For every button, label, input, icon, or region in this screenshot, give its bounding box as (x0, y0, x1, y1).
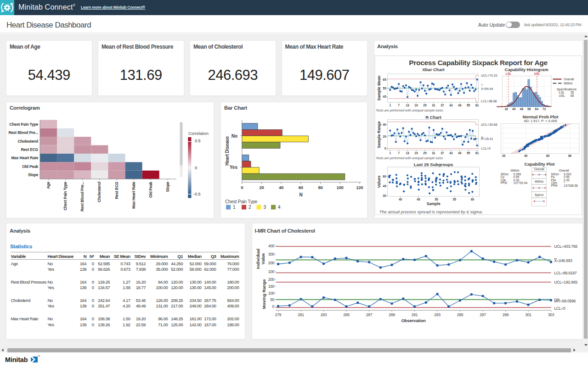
svg-text:Cholesterol: Cholesterol (17, 139, 38, 144)
svg-text:LCL=89.6197: LCL=89.6197 (554, 271, 577, 275)
svg-text:50: 50 (435, 198, 438, 201)
svg-text:2: 2 (249, 205, 251, 210)
svg-text:UCL=192.965: UCL=192.965 (554, 280, 577, 284)
svg-text:35: 35 (570, 91, 574, 94)
svg-text:150: 150 (268, 284, 274, 289)
svg-text:AD: 1.517, P: < 0.005: AD: 1.517, P: < 0.005 (524, 119, 557, 123)
svg-text:50: 50 (270, 297, 274, 302)
svg-text:Overall: Overall (564, 78, 574, 81)
svg-text:Age: Age (46, 182, 51, 189)
svg-text:0.5: 0.5 (195, 139, 201, 143)
svg-text:43: 43 (449, 151, 453, 155)
svg-text:Process Capability Sixpack Rep: Process Capability Sixpack Report for Ag… (409, 59, 548, 67)
svg-text:0: 0 (195, 166, 197, 170)
svg-text:300: 300 (268, 252, 274, 256)
svg-text:1: 1 (389, 104, 391, 107)
svg-text:MR=59.0596: MR=59.0596 (554, 299, 576, 303)
svg-text:200: 200 (268, 261, 274, 265)
svg-text:N: N (299, 192, 302, 197)
svg-text:43: 43 (449, 104, 453, 107)
svg-text:400: 400 (268, 244, 274, 248)
svg-text:200: 200 (268, 277, 274, 282)
svg-text:55: 55 (466, 104, 470, 107)
svg-text:120: 120 (356, 185, 363, 190)
svg-text:56: 56 (527, 107, 531, 111)
svg-text:13: 13 (406, 151, 409, 155)
svg-text:289: 289 (389, 312, 395, 317)
svg-text:Old Peak: Old Peak (22, 164, 38, 169)
svg-text:Rest Blood Pre...: Rest Blood Pre... (80, 182, 85, 212)
svg-text:Capability Plot: Capability Plot (524, 162, 555, 167)
svg-text:45: 45 (383, 184, 386, 188)
svg-text:295: 295 (457, 312, 463, 317)
svg-text:Observation: Observation (401, 318, 426, 323)
svg-text:Overall: Overall (559, 169, 569, 172)
svg-text:Chest Pain Type: Chest Pain Type (10, 122, 39, 127)
svg-text:279: 279 (275, 312, 281, 317)
svg-text:19: 19 (414, 151, 418, 155)
svg-text:PPM: PPM (551, 184, 557, 187)
svg-text:45: 45 (383, 95, 386, 98)
svg-text:49: 49 (458, 151, 462, 155)
svg-text:Yes: Yes (230, 165, 238, 170)
svg-text:48: 48 (520, 107, 523, 111)
svg-text:0: 0 (272, 304, 274, 309)
svg-text:LCL=0: LCL=0 (554, 306, 565, 311)
svg-text:Specs: Specs (534, 193, 543, 197)
svg-text:LSL: LSL (505, 72, 511, 75)
svg-text:299: 299 (502, 312, 509, 317)
svg-text:65: 65 (383, 78, 386, 81)
svg-text:49: 49 (458, 104, 462, 107)
svg-text:Rest Blood Pre...: Rest Blood Pre... (8, 130, 38, 135)
svg-text:31: 31 (432, 151, 435, 155)
svg-text:60: 60 (470, 198, 474, 201)
svg-text:37: 37 (441, 151, 444, 155)
svg-text:65: 65 (570, 94, 574, 97)
svg-text:60: 60 (546, 154, 549, 157)
svg-text:20: 20 (259, 185, 264, 190)
svg-text:25: 25 (423, 151, 427, 155)
svg-text:61: 61 (475, 151, 479, 155)
svg-text:0: 0 (241, 185, 243, 190)
svg-text:297: 297 (480, 312, 486, 317)
svg-text:LCL=0: LCL=0 (481, 147, 491, 150)
svg-text:40: 40 (398, 198, 402, 201)
svg-text:137068.58: 137068.58 (564, 184, 578, 187)
svg-text:303: 303 (548, 312, 554, 317)
svg-text:100: 100 (268, 291, 274, 296)
svg-text:Chest Pain Type: Chest Pain Type (63, 182, 68, 211)
svg-text:=: = (481, 83, 483, 86)
svg-text:Moving Range: Moving Range (261, 279, 266, 309)
svg-text:Overall: Overall (534, 167, 544, 171)
svg-text:Sample: Sample (426, 201, 441, 206)
svg-text:0: 0 (384, 147, 386, 150)
svg-text:UCL=403.766: UCL=403.766 (554, 244, 577, 249)
svg-text:80: 80 (568, 154, 571, 157)
svg-text:285: 285 (343, 312, 350, 317)
svg-text:301: 301 (525, 312, 531, 317)
svg-text:25: 25 (423, 104, 427, 107)
svg-text:40: 40 (279, 185, 283, 190)
svg-text:40: 40 (383, 123, 386, 126)
svg-text:4: 4 (278, 205, 281, 210)
svg-text:137752.64: 137752.64 (513, 181, 527, 184)
svg-text:61: 61 (475, 104, 479, 107)
svg-text:55: 55 (466, 151, 470, 155)
svg-text:The actual process spread is r: The actual process spread is represented… (379, 209, 483, 214)
svg-text:LCL=38.68: LCL=38.68 (481, 100, 497, 103)
svg-text:283: 283 (320, 312, 327, 317)
svg-text:3: 3 (264, 205, 266, 210)
svg-text:Tests are performed with unequ: Tests are performed with unequal sample … (376, 109, 444, 112)
svg-text:Rest ECG: Rest ECG (21, 147, 38, 152)
svg-text:72: 72 (543, 107, 546, 111)
svg-text:60: 60 (383, 175, 386, 178)
svg-text:7: 7 (398, 151, 400, 155)
svg-text:X=54.44: X=54.44 (481, 87, 493, 90)
svg-text:R Chart: R Chart (425, 115, 441, 120)
svg-text:Correlation: Correlation (188, 131, 209, 136)
svg-text:45: 45 (417, 198, 420, 201)
svg-text:Chest Pain Type: Chest Pain Type (225, 199, 258, 204)
svg-text:Last 25 Subgroups: Last 25 Subgroups (413, 162, 453, 167)
svg-text:UCL=39.66: UCL=39.66 (481, 123, 498, 126)
svg-text:60: 60 (299, 185, 303, 190)
